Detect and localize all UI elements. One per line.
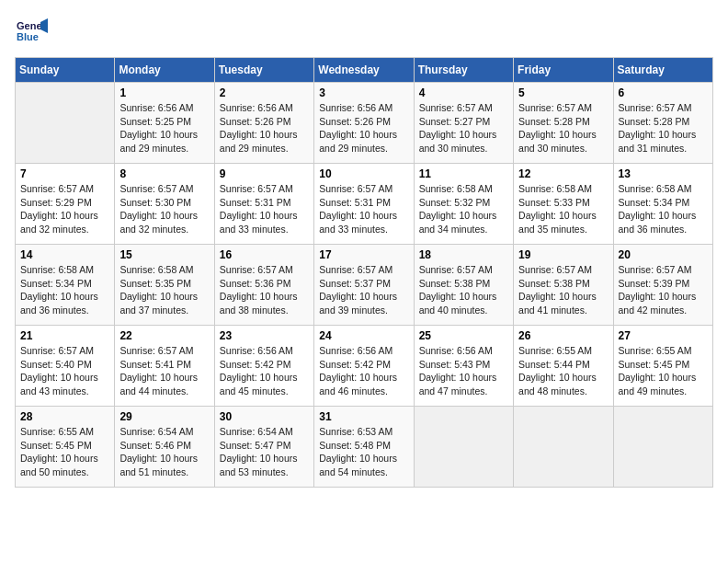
calendar-cell: 7Sunrise: 6:57 AMSunset: 5:29 PMDaylight… xyxy=(16,164,115,245)
day-info: Sunrise: 6:57 AMSunset: 5:30 PMDaylight:… xyxy=(119,182,209,236)
calendar-cell: 4Sunrise: 6:57 AMSunset: 5:27 PMDaylight… xyxy=(414,83,513,164)
calendar-cell xyxy=(16,83,115,164)
calendar-cell: 9Sunrise: 6:57 AMSunset: 5:31 PMDaylight… xyxy=(214,164,313,245)
day-info: Sunrise: 6:57 AMSunset: 5:27 PMDaylight:… xyxy=(419,101,508,155)
day-number: 25 xyxy=(419,329,508,342)
day-info: Sunrise: 6:57 AMSunset: 5:31 PMDaylight:… xyxy=(220,182,309,236)
calendar-cell: 24Sunrise: 6:56 AMSunset: 5:42 PMDayligh… xyxy=(314,326,414,407)
calendar-cell xyxy=(514,407,613,488)
day-info: Sunrise: 6:56 AMSunset: 5:25 PMDaylight:… xyxy=(119,101,209,155)
weekday-header-saturday: Saturday xyxy=(613,58,712,83)
calendar-cell: 17Sunrise: 6:57 AMSunset: 5:37 PMDayligh… xyxy=(314,245,414,326)
day-info: Sunrise: 6:58 AMSunset: 5:34 PMDaylight:… xyxy=(619,182,708,236)
weekday-header-thursday: Thursday xyxy=(414,58,513,83)
day-number: 15 xyxy=(119,248,209,261)
day-number: 21 xyxy=(20,329,109,342)
day-info: Sunrise: 6:56 AMSunset: 5:42 PMDaylight:… xyxy=(319,344,408,398)
calendar-cell: 23Sunrise: 6:56 AMSunset: 5:42 PMDayligh… xyxy=(214,326,313,407)
day-number: 14 xyxy=(20,248,109,261)
day-number: 13 xyxy=(619,167,708,180)
day-info: Sunrise: 6:57 AMSunset: 5:36 PMDaylight:… xyxy=(220,263,309,317)
calendar-cell: 12Sunrise: 6:58 AMSunset: 5:33 PMDayligh… xyxy=(514,164,613,245)
day-number: 3 xyxy=(319,86,408,99)
day-info: Sunrise: 6:58 AMSunset: 5:32 PMDaylight:… xyxy=(419,182,508,236)
day-number: 4 xyxy=(419,86,508,99)
calendar-cell: 22Sunrise: 6:57 AMSunset: 5:41 PMDayligh… xyxy=(115,326,214,407)
day-number: 24 xyxy=(319,329,408,342)
calendar-cell xyxy=(414,407,513,488)
day-number: 8 xyxy=(119,167,209,180)
day-number: 26 xyxy=(518,329,608,342)
calendar-cell: 18Sunrise: 6:57 AMSunset: 5:38 PMDayligh… xyxy=(414,245,513,326)
calendar-cell: 30Sunrise: 6:54 AMSunset: 5:47 PMDayligh… xyxy=(214,407,313,488)
calendar-cell: 13Sunrise: 6:58 AMSunset: 5:34 PMDayligh… xyxy=(613,164,712,245)
calendar-cell: 1Sunrise: 6:56 AMSunset: 5:25 PMDaylight… xyxy=(115,83,214,164)
day-info: Sunrise: 6:58 AMSunset: 5:34 PMDaylight:… xyxy=(20,263,109,317)
day-info: Sunrise: 6:57 AMSunset: 5:28 PMDaylight:… xyxy=(518,101,608,155)
calendar-cell: 2Sunrise: 6:56 AMSunset: 5:26 PMDaylight… xyxy=(214,83,313,164)
day-info: Sunrise: 6:56 AMSunset: 5:42 PMDaylight:… xyxy=(220,344,309,398)
day-info: Sunrise: 6:57 AMSunset: 5:40 PMDaylight:… xyxy=(20,344,109,398)
calendar-cell: 27Sunrise: 6:55 AMSunset: 5:45 PMDayligh… xyxy=(613,326,712,407)
day-info: Sunrise: 6:56 AMSunset: 5:43 PMDaylight:… xyxy=(419,344,508,398)
calendar-cell: 29Sunrise: 6:54 AMSunset: 5:46 PMDayligh… xyxy=(115,407,214,488)
day-number: 2 xyxy=(220,86,309,99)
calendar-cell xyxy=(613,407,712,488)
day-number: 17 xyxy=(319,248,408,261)
day-number: 30 xyxy=(220,410,309,423)
calendar-cell: 16Sunrise: 6:57 AMSunset: 5:36 PMDayligh… xyxy=(214,245,313,326)
day-number: 31 xyxy=(319,410,408,423)
calendar-cell: 8Sunrise: 6:57 AMSunset: 5:30 PMDaylight… xyxy=(115,164,214,245)
day-number: 11 xyxy=(419,167,508,180)
logo: General Blue xyxy=(15,15,48,48)
calendar-cell: 15Sunrise: 6:58 AMSunset: 5:35 PMDayligh… xyxy=(115,245,214,326)
logo-icon: General Blue xyxy=(15,15,48,48)
calendar-cell: 3Sunrise: 6:56 AMSunset: 5:26 PMDaylight… xyxy=(314,83,414,164)
day-number: 20 xyxy=(619,248,708,261)
day-number: 10 xyxy=(319,167,408,180)
day-info: Sunrise: 6:57 AMSunset: 5:37 PMDaylight:… xyxy=(319,263,408,317)
calendar-cell: 20Sunrise: 6:57 AMSunset: 5:39 PMDayligh… xyxy=(613,245,712,326)
weekday-header-wednesday: Wednesday xyxy=(314,58,414,83)
day-info: Sunrise: 6:56 AMSunset: 5:26 PMDaylight:… xyxy=(220,101,309,155)
day-info: Sunrise: 6:57 AMSunset: 5:41 PMDaylight:… xyxy=(119,344,209,398)
day-info: Sunrise: 6:58 AMSunset: 5:33 PMDaylight:… xyxy=(518,182,608,236)
day-number: 16 xyxy=(220,248,309,261)
day-info: Sunrise: 6:58 AMSunset: 5:35 PMDaylight:… xyxy=(119,263,209,317)
day-info: Sunrise: 6:57 AMSunset: 5:38 PMDaylight:… xyxy=(419,263,508,317)
day-info: Sunrise: 6:54 AMSunset: 5:47 PMDaylight:… xyxy=(220,425,309,479)
calendar-cell: 31Sunrise: 6:53 AMSunset: 5:48 PMDayligh… xyxy=(314,407,414,488)
day-number: 6 xyxy=(619,86,708,99)
svg-text:Blue: Blue xyxy=(17,31,39,42)
day-number: 22 xyxy=(119,329,209,342)
day-info: Sunrise: 6:57 AMSunset: 5:28 PMDaylight:… xyxy=(619,101,708,155)
day-info: Sunrise: 6:57 AMSunset: 5:29 PMDaylight:… xyxy=(20,182,109,236)
day-number: 29 xyxy=(119,410,209,423)
day-info: Sunrise: 6:55 AMSunset: 5:45 PMDaylight:… xyxy=(619,344,708,398)
day-number: 7 xyxy=(20,167,109,180)
day-number: 12 xyxy=(518,167,608,180)
day-info: Sunrise: 6:57 AMSunset: 5:39 PMDaylight:… xyxy=(619,263,708,317)
day-info: Sunrise: 6:57 AMSunset: 5:38 PMDaylight:… xyxy=(518,263,608,317)
weekday-header-sunday: Sunday xyxy=(16,58,115,83)
weekday-header-monday: Monday xyxy=(115,58,214,83)
day-info: Sunrise: 6:53 AMSunset: 5:48 PMDaylight:… xyxy=(319,425,408,479)
day-number: 1 xyxy=(119,86,209,99)
day-info: Sunrise: 6:57 AMSunset: 5:31 PMDaylight:… xyxy=(319,182,408,236)
calendar-table: SundayMondayTuesdayWednesdayThursdayFrid… xyxy=(15,57,713,488)
calendar-cell: 28Sunrise: 6:55 AMSunset: 5:45 PMDayligh… xyxy=(16,407,115,488)
day-number: 28 xyxy=(20,410,109,423)
day-number: 27 xyxy=(619,329,708,342)
day-info: Sunrise: 6:55 AMSunset: 5:45 PMDaylight:… xyxy=(20,425,109,479)
calendar-cell: 21Sunrise: 6:57 AMSunset: 5:40 PMDayligh… xyxy=(16,326,115,407)
calendar-cell: 26Sunrise: 6:55 AMSunset: 5:44 PMDayligh… xyxy=(514,326,613,407)
weekday-header-friday: Friday xyxy=(514,58,613,83)
calendar-cell: 6Sunrise: 6:57 AMSunset: 5:28 PMDaylight… xyxy=(613,83,712,164)
calendar-cell: 25Sunrise: 6:56 AMSunset: 5:43 PMDayligh… xyxy=(414,326,513,407)
calendar-cell: 5Sunrise: 6:57 AMSunset: 5:28 PMDaylight… xyxy=(514,83,613,164)
day-number: 19 xyxy=(518,248,608,261)
day-info: Sunrise: 6:55 AMSunset: 5:44 PMDaylight:… xyxy=(518,344,608,398)
calendar-cell: 14Sunrise: 6:58 AMSunset: 5:34 PMDayligh… xyxy=(16,245,115,326)
calendar-cell: 11Sunrise: 6:58 AMSunset: 5:32 PMDayligh… xyxy=(414,164,513,245)
calendar-cell: 10Sunrise: 6:57 AMSunset: 5:31 PMDayligh… xyxy=(314,164,414,245)
